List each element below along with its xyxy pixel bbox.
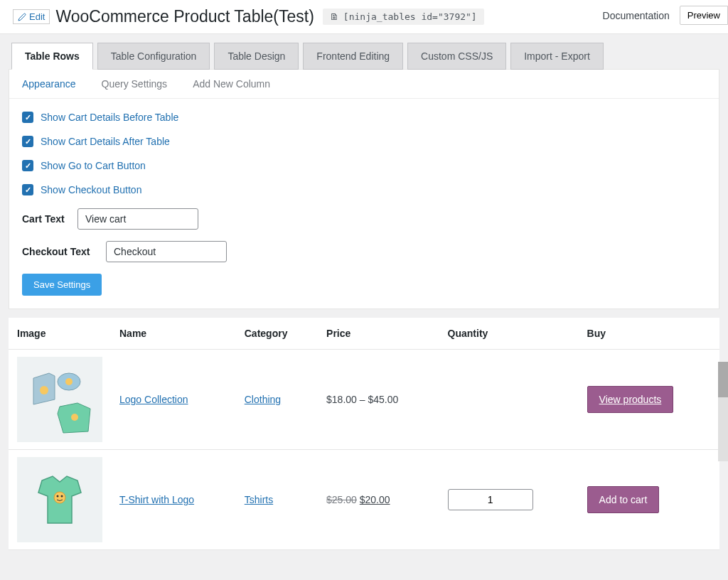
product-name-link[interactable]: Logo Collection <box>119 394 188 405</box>
col-image[interactable]: Image <box>9 318 111 350</box>
svg-point-7 <box>57 495 59 498</box>
save-settings-button[interactable]: Save Settings <box>22 274 102 296</box>
checkbox-show-cart-before[interactable] <box>22 112 33 123</box>
documentation-link[interactable]: Documentation <box>603 10 670 21</box>
label-show-checkout[interactable]: Show Checkout Button <box>41 184 141 195</box>
shortcode-text: [ninja_tables id="3792"] <box>343 11 477 22</box>
add-to-cart-button[interactable]: Add to cart <box>587 486 660 513</box>
cart-text-input[interactable] <box>77 208 198 230</box>
col-buy[interactable]: Buy <box>579 318 719 350</box>
table-row: Logo Collection Clothing $18.00 – $45.00… <box>9 350 719 450</box>
main-tabs: Table Rows Table Configuration Table Des… <box>0 43 728 70</box>
label-show-cart-after[interactable]: Show Cart Details After Table <box>41 136 170 147</box>
col-price[interactable]: Price <box>318 318 439 350</box>
product-category-link[interactable]: Clothing <box>245 394 281 405</box>
svg-point-3 <box>65 378 73 385</box>
cart-text-label: Cart Text <box>22 213 65 225</box>
tab-table-design[interactable]: Table Design <box>214 43 299 70</box>
table-row: T-Shirt with Logo Tshirts $25.00 $20.00 … <box>9 450 719 550</box>
tab-frontend-editing[interactable]: Frontend Editing <box>303 43 403 70</box>
checkbox-show-go-to-cart[interactable] <box>22 160 33 171</box>
checkbox-show-checkout[interactable] <box>22 184 33 195</box>
checkbox-show-cart-after[interactable] <box>22 136 33 147</box>
subtab-add-new-column[interactable]: Add New Column <box>180 70 283 98</box>
page-title: WooCommerce Product Table(Test) <box>55 7 314 26</box>
product-strike-price: $25.00 <box>326 494 357 505</box>
label-show-go-to-cart[interactable]: Show Go to Cart Button <box>41 160 146 171</box>
scrollbar-thumb[interactable] <box>718 362 728 397</box>
table-scrollbar[interactable] <box>718 362 728 461</box>
checkout-text-label: Checkout Text <box>22 246 93 257</box>
product-category-link[interactable]: Tshirts <box>245 494 273 505</box>
tab-table-rows[interactable]: Table Rows <box>11 43 93 70</box>
col-category[interactable]: Category <box>236 318 318 350</box>
product-image[interactable] <box>17 457 102 542</box>
page-header: Edit WooCommerce Product Table(Test) 🗎 [… <box>0 0 728 34</box>
collection-thumbnail-icon <box>21 360 99 439</box>
edit-button[interactable]: Edit <box>13 9 50 24</box>
edit-label: Edit <box>29 11 45 22</box>
pencil-icon <box>18 13 26 21</box>
label-show-cart-before[interactable]: Show Cart Details Before Table <box>41 112 178 123</box>
view-products-button[interactable]: View products <box>587 386 674 413</box>
quantity-input[interactable] <box>448 489 533 510</box>
tshirt-thumbnail-icon <box>21 461 99 539</box>
checkout-text-input[interactable] <box>106 241 227 262</box>
preview-button[interactable]: Preview <box>680 6 728 25</box>
subtab-appearance[interactable]: Appearance <box>9 70 89 98</box>
subtab-query-settings[interactable]: Query Settings <box>89 70 181 98</box>
col-quantity[interactable]: Quantity <box>439 318 579 350</box>
tab-import-export[interactable]: Import - Export <box>510 43 604 70</box>
product-image[interactable] <box>17 357 102 442</box>
document-icon: 🗎 <box>330 11 339 22</box>
col-name[interactable]: Name <box>111 318 236 350</box>
settings-panel: Appearance Query Settings Add New Column… <box>9 69 719 309</box>
svg-point-6 <box>54 492 65 503</box>
sub-tabs: Appearance Query Settings Add New Column <box>9 70 719 99</box>
product-new-price: $20.00 <box>360 494 390 505</box>
svg-point-8 <box>61 495 63 498</box>
shortcode-pill[interactable]: 🗎 [ninja_tables id="3792"] <box>323 9 484 25</box>
tab-custom-css-js[interactable]: Custom CSS/JS <box>407 43 506 70</box>
product-price: $18.00 – $45.00 <box>326 394 398 405</box>
product-name-link[interactable]: T-Shirt with Logo <box>119 494 194 505</box>
svg-point-4 <box>71 414 78 421</box>
tab-table-configuration[interactable]: Table Configuration <box>97 43 210 70</box>
svg-point-1 <box>40 386 48 394</box>
product-table: Image Name Category Price Quantity Buy <box>9 318 719 550</box>
